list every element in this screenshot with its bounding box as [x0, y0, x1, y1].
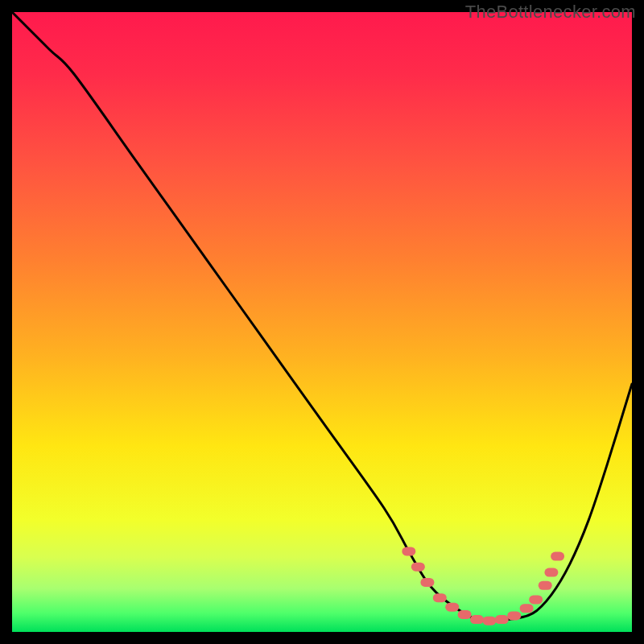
- marker-dot: [458, 610, 472, 619]
- marker-dot: [495, 615, 509, 624]
- bottleneck-curve-path: [12, 12, 632, 621]
- marker-dot: [411, 563, 425, 572]
- curve-line: [12, 12, 632, 621]
- chart-svg: [0, 0, 644, 644]
- marker-dot: [507, 611, 521, 620]
- marker-dot: [544, 568, 558, 577]
- marker-dot: [520, 604, 534, 613]
- marker-dot: [529, 595, 543, 604]
- marker-dot: [470, 615, 484, 624]
- marker-dot: [420, 578, 434, 587]
- marker-dot: [402, 547, 415, 555]
- marker-dot: [433, 593, 447, 602]
- watermark-text: TheBottlenecker.com: [465, 2, 636, 23]
- marker-dot: [551, 552, 564, 561]
- marker-dot: [539, 581, 552, 590]
- marker-dot: [482, 617, 496, 625]
- marker-dot: [445, 603, 459, 612]
- marker-dots: [402, 547, 564, 625]
- chart-frame: TheBottlenecker.com: [0, 0, 644, 644]
